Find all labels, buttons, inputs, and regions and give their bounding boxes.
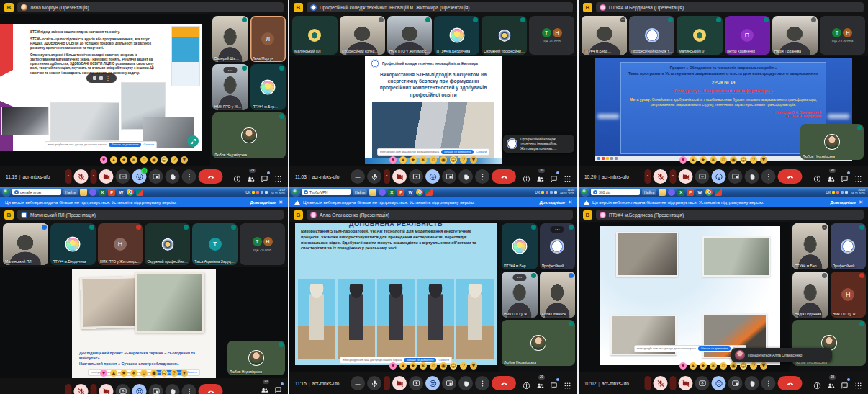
reaction-emoji[interactable]: ◉ <box>730 362 737 370</box>
participant-tile[interactable]: Валерий Ша… Валерий Ша… <box>212 16 248 62</box>
reaction-emoji[interactable]: ♥ <box>100 370 107 377</box>
control-button[interactable]: ˆ— <box>458 376 473 390</box>
control-button[interactable]: ˆ— <box>149 169 163 184</box>
control-button[interactable]: ˆ— <box>712 169 726 184</box>
banner-close-icon[interactable]: ✕ <box>568 200 572 205</box>
taskbar-app-icon[interactable] <box>659 189 666 196</box>
participants-icon[interactable]: 29 <box>536 380 544 388</box>
control-button[interactable]: ˆ— <box>679 376 693 390</box>
control-button[interactable]: ˆ— <box>745 169 759 184</box>
tile-status-icon[interactable] <box>857 125 862 130</box>
participant-tile[interactable]: ТНЩе 20 осіб Ще 20 осіб <box>529 16 574 55</box>
extension-badge-icon[interactable]: В <box>4 3 14 12</box>
reaction-emoji[interactable]: ? <box>171 370 178 377</box>
participant-tile[interactable]: Любов Недзвідська Любов Недзвідська <box>502 320 575 366</box>
control-button[interactable]: ˆ— <box>492 169 516 184</box>
participant-tile[interactable]: Малинський ПЛ Малинський ПЛ <box>677 16 722 55</box>
reaction-emoji[interactable]: ? <box>750 156 757 164</box>
reaction-emoji[interactable]: ★ <box>700 156 707 164</box>
participant-tile[interactable]: ПТУ#4 м.Бер… ПТУ#4 м.Бер… <box>502 223 538 269</box>
participant-tile[interactable]: Любов Недзвідська Любов Недзвідська <box>212 112 286 158</box>
participants-icon[interactable]: 30 <box>261 384 268 392</box>
participant-tile[interactable]: Надія Поданева Надія Поданева <box>772 16 818 55</box>
control-button[interactable]: ˆ— <box>116 169 130 184</box>
banner-more-link[interactable]: Докладніше <box>250 200 276 205</box>
reaction-emoji[interactable]: ♥ <box>679 362 687 370</box>
participant-tile[interactable]: Професійний… Професійний… <box>540 223 576 269</box>
reaction-emoji[interactable]: ∗ <box>130 370 137 377</box>
tile-status-icon[interactable] <box>764 17 769 22</box>
reaction-emoji[interactable]: ☺ <box>140 156 148 164</box>
reaction-emoji[interactable]: ☹ <box>161 370 168 377</box>
control-button[interactable]: ˆ— <box>645 169 651 184</box>
participant-tile[interactable]: ПТУ#4 м.Бер… ПТУ#4 м.Бер… <box>792 223 828 269</box>
participant-tile[interactable]: Професійний коледж техн… Професійний кол… <box>629 16 674 55</box>
tile-status-icon[interactable] <box>859 321 864 326</box>
reaction-emoji[interactable]: ▼ <box>470 156 477 164</box>
taskbar-app-icon[interactable] <box>136 189 143 196</box>
taskbar-app-icon[interactable]: X <box>677 189 684 196</box>
tile-status-icon[interactable] <box>279 342 284 347</box>
extension-badge-icon[interactable]: В <box>583 3 592 12</box>
reaction-emoji[interactable]: ☺ <box>430 362 437 370</box>
reaction-emoji[interactable]: ☹ <box>450 156 457 164</box>
control-button[interactable]: ˆ— <box>99 169 114 184</box>
reaction-emoji[interactable]: ☹ <box>740 362 747 370</box>
control-button[interactable]: ˆ— <box>65 384 72 394</box>
start-button[interactable] <box>292 189 299 196</box>
control-button[interactable]: ˆ— <box>492 376 516 390</box>
info-icon[interactable] <box>523 173 530 181</box>
taskbar-app-icon[interactable]: W <box>407 189 414 196</box>
participant-tile[interactable]: Професійний колед… Професійний колед… <box>340 16 385 55</box>
apps-grid-icon[interactable] <box>854 173 862 181</box>
tile-status-icon[interactable] <box>859 17 864 22</box>
tile-status-icon[interactable] <box>42 225 47 230</box>
info-icon[interactable] <box>813 380 821 388</box>
reaction-emoji[interactable]: ☹ <box>450 362 457 370</box>
extension-badge-icon[interactable]: В <box>583 210 592 220</box>
apps-grid-icon[interactable] <box>564 380 571 388</box>
tile-status-icon[interactable] <box>822 273 827 278</box>
control-button[interactable]: ˆ— <box>458 169 473 184</box>
control-button[interactable]: ˆ— <box>199 384 223 394</box>
taskbar-app-icon[interactable]: W <box>117 189 125 196</box>
tile-status-icon[interactable] <box>279 17 284 22</box>
reaction-emoji[interactable]: ♥ <box>389 362 397 370</box>
apps-grid-icon[interactable] <box>564 173 571 181</box>
banner-more-link[interactable]: Докладніше <box>539 200 565 205</box>
participant-tile[interactable]: Надія Поданева Надія Поданева <box>792 272 828 318</box>
chat-icon[interactable] <box>274 384 282 392</box>
find-button[interactable]: Найти <box>63 189 78 195</box>
control-button[interactable]: ˆ— <box>654 169 668 184</box>
control-button[interactable]: ˆ— <box>91 384 97 394</box>
control-button[interactable]: ˆ— <box>149 384 163 394</box>
control-button[interactable]: ˆ— <box>778 376 803 390</box>
tile-status-icon[interactable] <box>242 17 247 22</box>
reaction-emoji[interactable]: ? <box>460 156 467 164</box>
reaction-emoji[interactable]: ▼ <box>181 156 188 164</box>
extension-badge-icon[interactable]: В <box>4 210 14 220</box>
taskbar-app-icon[interactable] <box>369 189 376 196</box>
participant-tile[interactable]: Окружний професійний л… Окружний професі… <box>482 16 527 55</box>
participant-tile[interactable]: Любов Недзвідська <box>227 341 285 375</box>
taskbar-app-icon[interactable] <box>416 189 423 196</box>
reaction-emoji[interactable]: ∗ <box>420 156 427 164</box>
tile-status-icon[interactable] <box>822 225 827 230</box>
control-button[interactable]: ˆ— <box>728 376 743 390</box>
participant-tile[interactable]: ТНЩе 23 особи Ще 23 особи <box>820 16 865 55</box>
participant-tile[interactable]: Т Таіса Адамівна Заруцька Таіса Адамівна… <box>192 223 238 265</box>
reaction-emoji[interactable]: ▼ <box>470 362 477 370</box>
reaction-emoji[interactable]: ◉ <box>730 156 737 164</box>
reaction-emoji[interactable]: ♥ <box>100 156 107 164</box>
tile-status-icon[interactable] <box>242 66 247 71</box>
tile-hover-controls[interactable]: ⋮ <box>86 73 117 83</box>
control-button[interactable]: ˆ— <box>475 169 489 184</box>
tile-status-icon[interactable] <box>859 225 864 230</box>
reaction-emoji[interactable]: ★ <box>700 362 707 370</box>
control-button[interactable]: ˆ— <box>116 384 130 394</box>
infobar-hide-link[interactable]: Сховати <box>143 143 154 146</box>
find-button[interactable]: Найти <box>353 189 367 195</box>
infobar-hide-link[interactable]: Сховати <box>186 371 197 374</box>
reaction-emoji[interactable]: ▲ <box>399 362 407 370</box>
participants-icon[interactable]: 29 <box>247 173 255 181</box>
